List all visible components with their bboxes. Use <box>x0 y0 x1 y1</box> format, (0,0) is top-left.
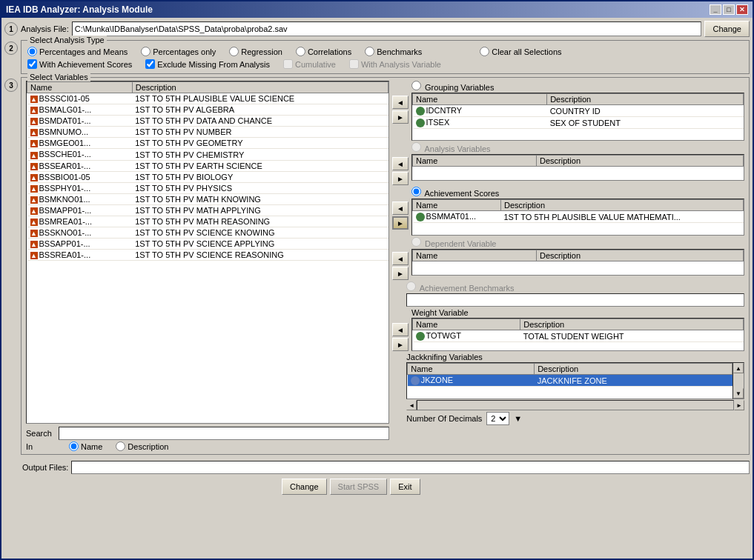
search-input[interactable] <box>59 427 389 440</box>
output-bar: Output Files: <box>22 461 750 474</box>
table-row[interactable]: ▲BSSEAR01-...1ST TO 5TH PV EARTH SCIENCE <box>27 160 388 171</box>
vars-section-label: Select Variables <box>27 73 90 81</box>
jackknife-table-container[interactable]: Name Description JKZONE <box>406 362 732 399</box>
exit-button[interactable]: Exit <box>390 479 420 495</box>
section1: 1 Analysis File: Change <box>4 21 750 37</box>
table-row[interactable]: ITSEX SEX OF STUDENT <box>413 117 744 129</box>
table-row[interactable]: ▲BSMKNO01...1ST TO 5TH PV MATH KNOWING <box>27 193 388 204</box>
analysis-type-box: Select Analysis Type Percentages and Mea… <box>21 40 750 74</box>
achievement-target: Achievement Scores Name Description <box>411 187 744 236</box>
group-jackknife: Jackknifing Variables Name <box>392 353 744 425</box>
jackknife-target: Jackknifing Variables Name <box>406 353 744 425</box>
jackknife-label: Jackknifing Variables <box>406 353 744 361</box>
table-row[interactable]: ▲BSSAPP01-...1ST TO 5TH PV SCIENCE APPLY… <box>27 239 388 250</box>
table-row[interactable]: ▲BSSPHY01-...1ST TO 5TH PV PHYSICS <box>27 182 388 193</box>
decimals-select[interactable]: 2 0 1 3 4 <box>486 412 509 425</box>
var-list-container[interactable]: Name Description ▲BSSSCI01-051ST TO 5TH … <box>26 81 389 424</box>
group-analysis: ◄ ► Analysis Variables <box>392 142 744 185</box>
radio-percentages-only[interactable]: Percentages only <box>141 47 216 56</box>
change-output-button[interactable]: Change <box>282 479 327 495</box>
check-cumulative-label: Cumulative <box>295 60 336 69</box>
table-row[interactable]: IDCNTRY COUNTRY ID <box>413 105 744 117</box>
right-panel: ◄ ► Grouping Variables <box>392 81 744 451</box>
achievement-left-btn[interactable]: ◄ <box>392 201 409 215</box>
file-label: Analysis File: <box>21 24 69 33</box>
change-file-button[interactable]: Change <box>704 21 750 37</box>
grouping-table-container[interactable]: Name Description IDCNTRY C <box>411 93 744 141</box>
table-row[interactable]: ▲BSMNUMO...1ST TO 5TH PV NUMBER <box>27 127 388 138</box>
dependent-controls: ◄ ► <box>392 237 409 280</box>
radio-search-desc[interactable]: Description <box>116 441 168 451</box>
window-title: IEA IDB Analyzer: Analysis Module <box>6 4 153 15</box>
table-row[interactable]: ▲BSMREA01-...1ST TO 5TH PV MATH REASONIN… <box>27 216 388 227</box>
dependent-target: Dependent Variable Name Description <box>411 237 744 276</box>
dependent-table-container[interactable]: Name Description <box>411 249 744 276</box>
achievement-right-btn[interactable]: ► <box>392 216 409 230</box>
radio-percentages-means[interactable]: Percentages and Means <box>27 47 128 56</box>
weight-left-btn[interactable]: ◄ <box>392 323 409 336</box>
start-spss-button[interactable]: Start SPSS <box>330 479 388 495</box>
radio-name-label: Name <box>81 442 102 451</box>
grouping-right-btn[interactable]: ► <box>392 110 409 124</box>
jackknife-scroll-right[interactable]: ► <box>734 400 744 410</box>
weight-table: Name Description TOTWGT TO <box>412 319 744 342</box>
radio-clear[interactable]: Clear all Selections <box>480 47 561 56</box>
search-label: Search <box>26 429 56 438</box>
analysis-type-label: Select Analysis Type <box>27 36 107 44</box>
grouping-target: Grouping Variables Name Description <box>411 81 744 141</box>
maximize-button[interactable]: □ <box>723 4 735 15</box>
table-row[interactable]: JKZONE JACKKNIFE ZONE <box>408 375 732 387</box>
jackknife-table: Name Description JKZONE <box>407 363 732 387</box>
jackknife-scroll-left[interactable]: ◄ <box>406 400 417 410</box>
table-row[interactable]: ▲BSMGEO01...1ST TO 5TH PV GEOMETRY <box>27 138 388 149</box>
analysis-label: Analysis Variables <box>411 142 744 153</box>
decimals-label: Number Of Decimals <box>406 414 482 423</box>
analysis-controls: ◄ ► <box>392 142 409 185</box>
radio-benchmarks[interactable]: Benchmarks <box>365 47 422 56</box>
dependent-left-btn[interactable]: ◄ <box>392 252 409 265</box>
radio-correlations[interactable]: Correlations <box>296 47 351 56</box>
benchmarks-table-container[interactable] <box>406 293 744 307</box>
table-row[interactable]: BSMMAT01... 1ST TO 5TH PLAUSIBLE VALUE M… <box>413 211 744 223</box>
achievement-table-container[interactable]: Name Description BSMMAT01... <box>411 199 744 236</box>
check-exclude-missing[interactable]: Exclude Missing From Analysis <box>145 59 270 69</box>
table-row[interactable]: ▲BSSSCI01-051ST TO 5TH PLAUSIBLE VALUE S… <box>27 93 388 104</box>
dependent-right-btn[interactable]: ► <box>392 267 409 280</box>
analysis-table-container[interactable]: Name Description <box>411 154 744 181</box>
radio-search-name[interactable]: Name <box>69 441 102 451</box>
table-row[interactable]: ▲BSSCHE01-...1ST TO 5TH PV CHEMISTRY <box>27 149 388 160</box>
jackknife-scroll-up[interactable]: ▲ <box>733 363 744 373</box>
table-row[interactable]: TOTWGT TOTAL STUDENT WEIGHT <box>413 330 744 342</box>
section3: 3 Select Variables Name <box>4 77 750 455</box>
grouping-left-btn[interactable]: ◄ <box>392 96 409 109</box>
jackknife-scroll-down[interactable]: ▼ <box>733 388 744 399</box>
analysis-left-btn[interactable]: ◄ <box>392 157 409 170</box>
radio-benchmarks-label: Benchmarks <box>377 47 422 56</box>
decimals-row: Number Of Decimals 2 0 1 3 4 <box>406 412 744 425</box>
group-benchmarks: Achievement Benchmarks <box>392 281 744 307</box>
section2-num: 2 <box>4 41 18 55</box>
achievement-table: Name Description BSMMAT01... <box>412 199 744 223</box>
radio-correlations-label: Correlations <box>308 47 351 56</box>
table-row[interactable]: ▲BSSBIO01-051ST TO 5TH PV BIOLOGY <box>27 171 388 182</box>
table-row[interactable]: ▲BSSKNO01-...1ST TO 5TH PV SCIENCE KNOWI… <box>27 227 388 239</box>
radio-regression[interactable]: Regression <box>229 47 282 56</box>
col-name-header: Name <box>27 82 133 93</box>
file-path-input[interactable] <box>72 21 702 36</box>
check-achievement-scores[interactable]: With Achievement Scores <box>27 59 132 69</box>
table-row[interactable]: ▲BSSREA01-...1ST TO 5TH PV SCIENCE REASO… <box>27 250 388 261</box>
weight-table-container[interactable]: Name Description TOTWGT TO <box>411 318 744 351</box>
table-row[interactable]: ▲BSMAPP01-...1ST TO 5TH PV MATH APPLYING <box>27 204 388 216</box>
table-row[interactable]: ▲BSMALG01-...1ST TO 5TH PV ALGEBRA <box>27 104 388 116</box>
weight-label: Weight Variable <box>411 308 744 317</box>
output-input[interactable] <box>71 461 750 474</box>
group-grouping: ◄ ► Grouping Variables <box>392 81 744 141</box>
minimize-button[interactable]: _ <box>710 4 721 15</box>
analysis-right-btn[interactable]: ► <box>392 172 409 185</box>
table-row[interactable]: ▲BSMDAT01-...1ST TO 5TH PV DATA AND CHAN… <box>27 116 388 127</box>
benchmarks-label: Achievement Benchmarks <box>406 281 744 293</box>
close-button[interactable]: ✕ <box>736 4 748 15</box>
bottom-btns: Change Start SPSS Exit <box>282 479 750 495</box>
section2-content: Select Analysis Type Percentages and Mea… <box>21 40 750 74</box>
weight-right-btn[interactable]: ► <box>392 338 409 351</box>
